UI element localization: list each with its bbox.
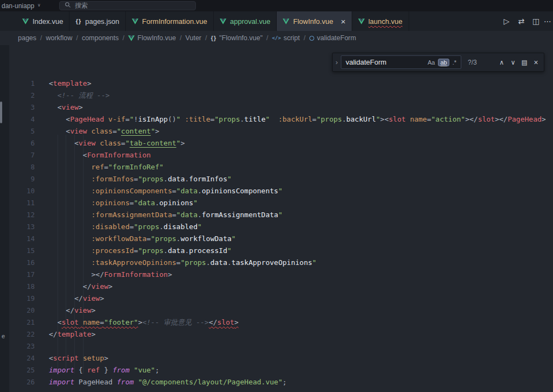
code-line-16[interactable]: 16 :taskApproveOpinions="props.data.task…	[0, 257, 553, 269]
code-line-26[interactable]: 26import PageHead from "@/components/lay…	[0, 376, 553, 388]
breadcrumb-label: script	[284, 34, 300, 42]
code-line-25[interactable]: 25import { ref } from "vue";	[0, 364, 553, 376]
vue-file-icon	[22, 18, 29, 24]
chevron-right-icon: ›	[335, 58, 338, 66]
breadcrumb-item-validateform[interactable]: validateForm	[309, 34, 356, 42]
find-in-selection-icon: ▤	[522, 59, 527, 66]
find-results-count: ?/3	[468, 59, 488, 66]
find-widget: › validateForm Aa ab .* ?/3 ∧ ∨ ▤ ×	[332, 53, 544, 72]
tab-label: FormInformation.vue	[142, 17, 207, 26]
breadcrumb-label: components	[82, 34, 119, 42]
code-line-18[interactable]: 18 </view>	[0, 281, 553, 293]
vue-icon	[128, 35, 135, 41]
find-in-selection-button[interactable]: ▤	[519, 59, 530, 66]
breadcrumb-item-components[interactable]: components	[82, 34, 119, 42]
search-label: 搜索	[75, 1, 88, 10]
code-line-4[interactable]: 4 <PageHead v-if="!isInApp()" :title="pr…	[0, 113, 553, 125]
global-search-box[interactable]: 搜索	[59, 1, 196, 10]
close-tab-icon[interactable]: ×	[341, 17, 346, 26]
tab-approval-vue[interactable]: approval.vue	[214, 11, 277, 31]
breadcrumb-separator: /	[180, 34, 181, 42]
whole-word-button[interactable]: ab	[438, 59, 449, 66]
code-icon: </>	[272, 35, 281, 41]
run-icon: ▷	[504, 17, 510, 26]
editor-actions: ▷ ⇄ ◫ ⋯	[499, 11, 553, 31]
vscode-window: dan-uniapp ∨ 搜索 Index.vue{}pages.jsonFor…	[0, 0, 553, 392]
breadcrumb-item-vuter[interactable]: Vuter	[186, 34, 201, 42]
breadcrumb-label: workflow	[46, 34, 73, 42]
tab-label: launch.vue	[368, 17, 403, 26]
breadcrumb-item-script[interactable]: </>script	[272, 34, 300, 42]
code-area[interactable]: 1<template>2 <!-- 流程 -->3 <view>4 <PageH…	[0, 45, 553, 392]
title-bar: dan-uniapp ∨ 搜索	[0, 0, 553, 11]
breadcrumb-item--flowinfo-vue-[interactable]: {}"FlowInfo.vue"	[211, 34, 263, 42]
breadcrumb-separator: /	[40, 34, 42, 42]
tab-pages-json[interactable]: {}pages.json	[69, 11, 125, 31]
code-line-11[interactable]: 11 :opinions="data.opinions"	[0, 197, 553, 209]
code-line-19[interactable]: 19 </view>	[0, 293, 553, 305]
split-editor-button[interactable]: ◫	[529, 17, 543, 26]
close-icon: ×	[533, 58, 538, 67]
find-input[interactable]: validateForm Aa ab .*	[341, 55, 461, 69]
app-menu[interactable]: dan-uniapp ∨	[0, 0, 45, 11]
code-line-6[interactable]: 6 <view class="tab-content">	[0, 137, 553, 149]
toggle-replace-button[interactable]: ›	[333, 53, 341, 71]
next-match-button[interactable]: ∨	[507, 59, 519, 66]
tab-label: approval.vue	[230, 17, 270, 26]
code-line-24[interactable]: 24<script setup>	[0, 352, 553, 364]
breadcrumb-item-pages[interactable]: pages	[18, 34, 36, 42]
split-editor-icon: ◫	[532, 17, 539, 26]
breadcrumb-label: FlowInfo.vue	[137, 34, 176, 42]
tab-index-vue[interactable]: Index.vue	[16, 11, 69, 31]
vue-file-icon	[283, 18, 289, 24]
breadcrumb-label: Vuter	[186, 34, 201, 42]
breadcrumb-separator: /	[205, 34, 207, 42]
code-line-15[interactable]: 15 :processId="props.data.processId"	[0, 245, 553, 257]
code-line-3[interactable]: 3 <view>	[0, 102, 553, 113]
breadcrumb-separator: /	[266, 34, 268, 42]
symbol-method-icon	[309, 36, 314, 41]
breadcrumb-item-workflow[interactable]: workflow	[46, 34, 73, 42]
tab-label: FlowInfo.vue	[293, 17, 333, 26]
open-changes-button[interactable]: ⇄	[514, 17, 529, 26]
run-button[interactable]: ▷	[499, 17, 514, 26]
tab-launch-vue[interactable]: launch.vue	[352, 11, 409, 31]
previous-match-button[interactable]: ∧	[496, 59, 507, 66]
more-actions-icon: ⋯	[544, 17, 551, 26]
breadcrumb-item-flowinfo-vue[interactable]: FlowInfo.vue	[128, 34, 176, 42]
code-line-21[interactable]: 21 <slot name="footer"><!-- 审批意见 --></sl…	[0, 317, 553, 328]
code-line-14[interactable]: 14 :workflowData="props.workflowData"	[0, 233, 553, 245]
vue-file-icon	[220, 18, 226, 24]
tab-forminformation-vue[interactable]: FormInformation.vue	[126, 11, 214, 31]
arrow-up-icon: ∧	[499, 59, 504, 66]
tab-label: pages.json	[85, 17, 119, 26]
code-line-17[interactable]: 17 ></FormInformation>	[0, 269, 553, 281]
code-line-13[interactable]: 13 :disabled="props.disabled"	[0, 221, 553, 233]
search-icon	[65, 2, 71, 10]
code-line-10[interactable]: 10 :opinionsComponents="data.opinionsCom…	[0, 185, 553, 197]
tab-label: Index.vue	[33, 17, 63, 26]
code-line-20[interactable]: 20 </view>	[0, 305, 553, 317]
json-file-icon: {}	[75, 18, 81, 24]
code-line-7[interactable]: 7 <FormInformation	[0, 149, 553, 161]
breadcrumb: pages/workflow/components/FlowInfo.vue/V…	[0, 31, 553, 45]
regex-button[interactable]: .*	[450, 59, 459, 66]
code-line-9[interactable]: 9 :formInfos="props.data.formInfos"	[0, 173, 553, 185]
code-line-23[interactable]: 23	[0, 340, 553, 352]
code-line-1[interactable]: 1<template>	[0, 78, 553, 90]
tab-flowinfo-vue[interactable]: FlowInfo.vue×	[277, 11, 352, 31]
match-case-button[interactable]: Aa	[425, 59, 437, 66]
code-line-2[interactable]: 2 <!-- 流程 -->	[0, 90, 553, 102]
tab-bar: Index.vue{}pages.jsonFormInformation.vue…	[0, 11, 553, 31]
clipped-sidebar-text: e	[2, 333, 5, 339]
left-panel-edge: e	[0, 45, 9, 392]
code-line-22[interactable]: 22</template>	[0, 328, 553, 340]
close-find-button[interactable]: ×	[530, 58, 542, 67]
editor-tabs: Index.vue{}pages.jsonFormInformation.vue…	[16, 11, 409, 31]
more-actions-button[interactable]: ⋯	[543, 17, 552, 26]
code-line-8[interactable]: 8 ref="formInfoRef"	[0, 161, 553, 173]
panel-resize-handle[interactable]	[0, 102, 2, 123]
find-query-text: validateForm	[346, 58, 424, 66]
code-line-12[interactable]: 12 :formAssignmentData="data.formAssignm…	[0, 209, 553, 221]
code-line-5[interactable]: 5 <view class="content">	[0, 125, 553, 137]
